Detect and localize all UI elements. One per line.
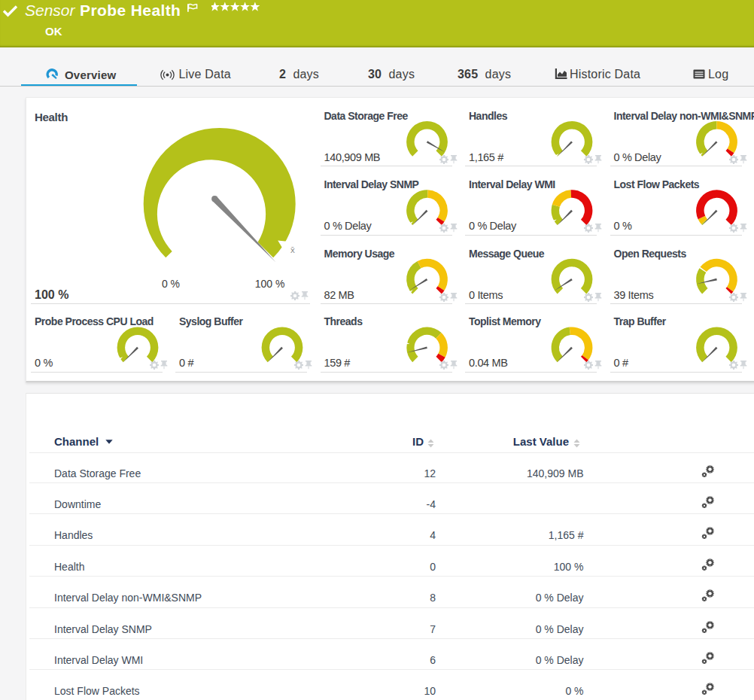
- svg-text:x̄: x̄: [290, 245, 295, 254]
